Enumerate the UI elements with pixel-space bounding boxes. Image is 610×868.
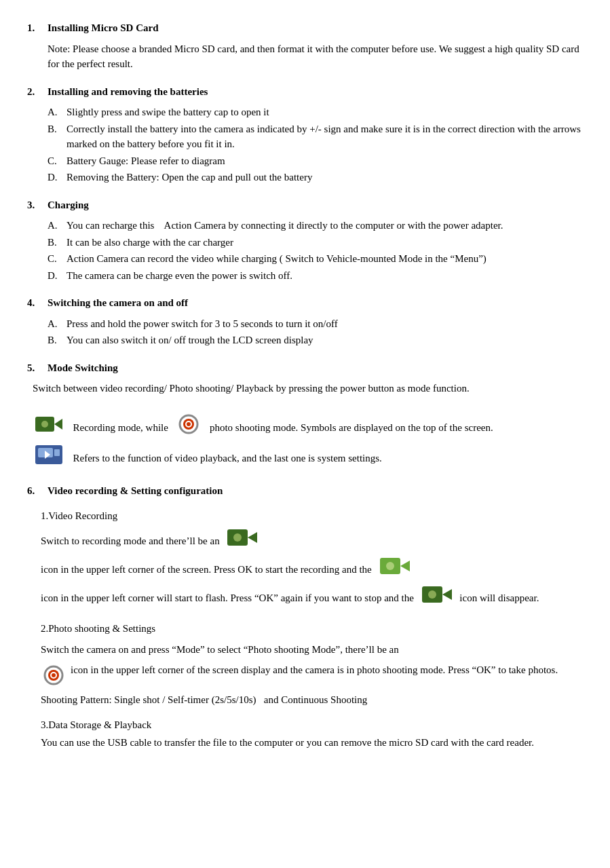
svg-rect-9	[54, 449, 60, 456]
list-text: The camera can be charge even the power …	[66, 268, 292, 284]
sub1-text2: icon in the upper left corner of the scr…	[41, 559, 372, 580]
video-rec-row1: Switch to recording mode and there’ll be…	[41, 527, 583, 611]
section-3: 3. Charging A. You can recharge this Act…	[27, 197, 583, 284]
sub3-text: You can use the USB cable to transfer th…	[41, 735, 583, 751]
section-6-title: Video recording & Setting configuration	[47, 483, 223, 499]
list-letter: A.	[47, 105, 62, 120]
photo-mode-icon	[178, 414, 199, 441]
section-4: 4. Switching the camera on and off A. Pr…	[27, 295, 583, 348]
list-text: You can recharge this Action Camera by c…	[66, 218, 503, 233]
photo-shooting-row: Switch the camera on and press “Mode” to…	[41, 639, 583, 660]
sub2-text3: Shooting Pattern: Single shot / Self-tim…	[41, 692, 583, 708]
list-text: It can be also charge with the car charg…	[66, 235, 233, 250]
section-4-number: 4.	[27, 295, 42, 314]
cam-icon-1	[227, 527, 257, 554]
sub1-text1: Switch to recording mode and there’ll be…	[41, 531, 220, 551]
svg-point-18	[428, 590, 436, 599]
section-1-title: Installing Micro SD Card	[47, 20, 158, 36]
list-item: D. Removing the Battery: Open the cap an…	[47, 170, 583, 185]
section-2-number: 2.	[27, 84, 42, 102]
section-5-desc: Switch between video recording/ Photo sh…	[33, 381, 583, 396]
sub3-title: 3.Data Storage & Playback	[41, 717, 583, 733]
list-item: D. The camera can be charge even the pow…	[47, 268, 583, 284]
mode-switching-row1: Recording mode, while photo shooting mod…	[33, 414, 583, 441]
list-text: Press and hold the power switch for 3 to…	[66, 316, 338, 332]
list-letter: D.	[47, 268, 62, 284]
record-mode-icon	[35, 415, 62, 440]
svg-point-5	[186, 421, 191, 427]
section-1: 1. Installing Micro SD Card Note: Please…	[27, 20, 583, 72]
svg-point-2	[41, 421, 48, 428]
section-6-number: 6.	[27, 483, 42, 502]
mode-text1: Recording mode, while	[73, 417, 168, 438]
list-item: C. Battery Gauge: Please refer to diagra…	[47, 153, 583, 169]
svg-point-12	[233, 533, 242, 542]
list-item: A. You can recharge this Action Camera b…	[47, 218, 583, 233]
sub2-title: 2.Photo shooting & Settings	[41, 621, 583, 637]
mode-text3: Refers to the function of video playback…	[73, 448, 382, 468]
list-letter: B.	[47, 121, 62, 152]
list-item: B. It can be also charge with the car ch…	[47, 235, 583, 250]
section-2-title: Installing and removing the batteries	[47, 84, 208, 100]
list-text: Action Camera can record the video while…	[66, 251, 487, 267]
list-letter: C.	[47, 153, 62, 169]
cam-icon-3	[422, 584, 452, 611]
svg-point-21	[51, 673, 56, 678]
sub2-text1: Switch the camera on and press “Mode” to…	[41, 639, 399, 660]
mode-switching-row2: Refers to the function of video playback…	[33, 445, 583, 471]
photo-icon-2	[43, 665, 64, 690]
list-letter: B.	[47, 333, 62, 348]
list-letter: C.	[47, 251, 62, 267]
section-6: 6. Video recording & Setting configurati…	[27, 483, 583, 751]
list-item: C. Action Camera can record the video wh…	[47, 251, 583, 267]
list-text: Correctly install the battery into the c…	[66, 121, 583, 152]
sub1-title: 1.Video Recording	[41, 508, 583, 524]
svg-marker-14	[400, 561, 410, 571]
section-5: 5. Mode Switching Switch between video r…	[27, 360, 583, 472]
list-item: B. Correctly install the battery into th…	[47, 121, 583, 152]
list-text: You can also switch it on/ off trough th…	[66, 333, 313, 348]
playback-mode-icon	[35, 445, 62, 471]
list-letter: A.	[47, 218, 62, 233]
charging-text-before: You can recharge this	[66, 220, 154, 231]
list-letter: B.	[47, 235, 62, 250]
list-item: B. You can also switch it on/ off trough…	[47, 333, 583, 348]
list-letter: A.	[47, 316, 62, 332]
list-text: Removing the Battery: Open the cap and p…	[66, 170, 312, 185]
sub2-text2: icon in the upper left corner of the scr…	[71, 662, 558, 678]
mode-text2: photo shooting mode. Symbols are display…	[210, 417, 493, 438]
sub1-text4: icon will disappear.	[459, 588, 539, 608]
svg-marker-17	[442, 589, 452, 600]
section-1-text: Note: Please choose a branded Micro SD c…	[47, 41, 583, 72]
section-3-number: 3.	[27, 197, 42, 216]
cam-icon-2	[380, 556, 410, 583]
svg-point-15	[386, 562, 394, 570]
list-letter: D.	[47, 170, 62, 185]
svg-marker-1	[54, 419, 62, 430]
svg-marker-11	[248, 532, 257, 543]
section-2: 2. Installing and removing the batteries…	[27, 84, 583, 185]
section-1-number: 1.	[27, 20, 42, 39]
list-text: Battery Gauge: Please refer to diagram	[66, 153, 225, 169]
section-5-number: 5.	[27, 360, 42, 379]
section-5-title: Mode Switching	[47, 360, 118, 376]
sub1-text3: icon in the upper left corner will start…	[41, 588, 414, 608]
list-item: A. Press and hold the power switch for 3…	[47, 316, 583, 332]
section-3-title: Charging	[47, 197, 89, 213]
section-4-title: Switching the camera on and off	[47, 295, 188, 311]
list-item: A. Slightly press and swipe the battery …	[47, 105, 583, 120]
charging-text-after: Action Camera by connecting it directly …	[164, 220, 503, 231]
list-text: Slightly press and swipe the battery cap…	[66, 105, 269, 120]
photo-icon-row: icon in the upper left corner of the scr…	[41, 662, 583, 690]
